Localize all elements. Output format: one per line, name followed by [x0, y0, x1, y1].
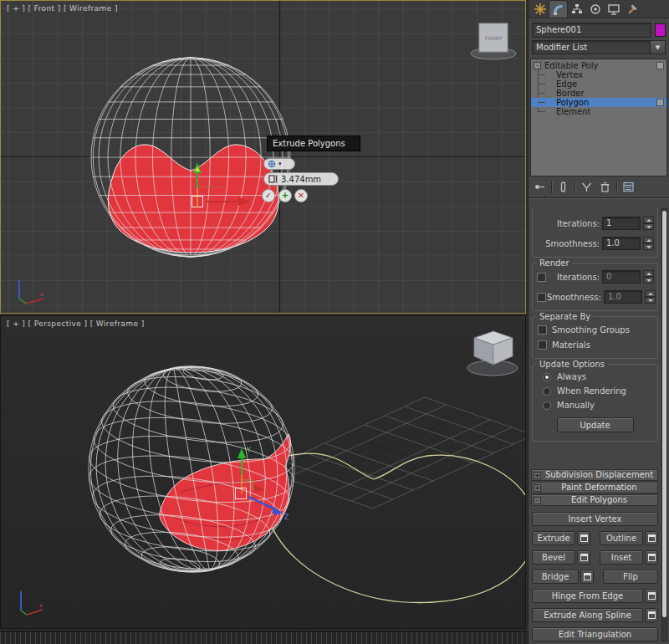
- viewport-perspective-label[interactable]: [ + ] [ Perspective ] [ Wireframe ]: [7, 319, 145, 328]
- stack-item-border[interactable]: Border: [531, 89, 666, 98]
- materials-option[interactable]: Materials: [538, 340, 652, 350]
- bevel-button[interactable]: Bevel: [532, 550, 575, 565]
- rollout-edit-polygons[interactable]: - Edit Polygons: [531, 494, 658, 506]
- flip-button[interactable]: Flip: [603, 570, 658, 584]
- render-iterations-checkbox[interactable]: [537, 273, 546, 282]
- update-manually-option[interactable]: Manually: [543, 401, 647, 410]
- iterations-spinner[interactable]: [643, 217, 654, 230]
- show-end-result-icon[interactable]: [556, 180, 570, 194]
- configure-modifier-sets-icon[interactable]: [621, 180, 636, 194]
- stack-toggle-icon[interactable]: [656, 99, 664, 106]
- tab-display[interactable]: [605, 1, 622, 18]
- hinge-settings-button[interactable]: [645, 589, 658, 603]
- stack-item-label: Edge: [556, 79, 577, 89]
- iterations-input[interactable]: 1: [602, 217, 641, 230]
- modifier-list-dropdown[interactable]: Modifier List: [532, 40, 651, 54]
- render-smoothness-input[interactable]: 1.0: [604, 290, 642, 304]
- viewcube-perspective[interactable]: [467, 331, 518, 376]
- viewport-front-label[interactable]: [ + ] [ Front ] [ Wireframe ]: [7, 4, 118, 13]
- extrude-along-spline-settings-button[interactable]: [645, 608, 658, 622]
- chevron-down-icon[interactable]: ▼: [651, 40, 666, 54]
- manually-radio[interactable]: [543, 401, 551, 410]
- when-rendering-radio[interactable]: [543, 387, 551, 396]
- collapse-icon[interactable]: -: [534, 62, 541, 69]
- command-panel: Sphere001 Modifier List ▼ - Editable Pol…: [528, 0, 669, 644]
- panel-scrollbar-thumb[interactable]: [662, 211, 666, 617]
- stack-toggle-icon[interactable]: [656, 62, 664, 69]
- update-button[interactable]: Update: [557, 417, 634, 432]
- caddy-height-value[interactable]: 3.474mm: [281, 175, 321, 184]
- bevel-settings-button[interactable]: [577, 550, 590, 565]
- viewport-front[interactable]: [ + ] [ Front ] [ Wireframe ] FRONT: [0, 0, 526, 314]
- caddy-apply-button[interactable]: +: [278, 189, 292, 202]
- track-bar[interactable]: [0, 631, 527, 644]
- tab-hierarchy[interactable]: [568, 1, 585, 18]
- edit-triangulation-button[interactable]: Edit Triangulation: [532, 627, 658, 641]
- update-when-rendering-option[interactable]: When Rendering: [543, 386, 647, 396]
- render-smoothness-spinner[interactable]: [645, 290, 656, 304]
- selected-polygons-front[interactable]: [108, 145, 278, 253]
- utilities-icon: [626, 3, 639, 16]
- outline-settings-button[interactable]: [645, 531, 658, 545]
- smoothness-input[interactable]: 1.0: [602, 237, 641, 250]
- object-name-field[interactable]: Sphere001: [532, 23, 651, 38]
- smoothness-spinner[interactable]: [643, 237, 654, 250]
- tab-utilities[interactable]: [623, 1, 641, 18]
- edit-polygons-body: Insert Vertex Extrude Outline Bevel Inse…: [529, 507, 659, 644]
- render-group: Render Iterations: 0 Smoothness: 1.0: [532, 263, 658, 311]
- bridge-button[interactable]: Bridge: [532, 570, 579, 584]
- render-smoothness-checkbox[interactable]: [537, 293, 546, 302]
- always-radio[interactable]: [543, 373, 551, 381]
- hinge-from-edge-button[interactable]: Hinge From Edge: [532, 589, 643, 603]
- smoothing-groups-option[interactable]: Smoothing Groups: [538, 325, 652, 335]
- stack-item-editable-poly[interactable]: - Editable Poly: [531, 61, 666, 70]
- remove-modifier-icon[interactable]: [598, 180, 612, 194]
- update-always-option[interactable]: Always: [543, 372, 647, 381]
- settings-icon: [648, 554, 656, 561]
- extrude-spline[interactable]: [258, 453, 526, 602]
- object-color-swatch[interactable]: [655, 23, 666, 37]
- stack-item-polygon[interactable]: Polygon: [531, 98, 666, 107]
- expand-icon[interactable]: +: [534, 472, 541, 479]
- caddy-group-selector[interactable]: ▾: [263, 158, 295, 170]
- subdivision-amount-group: Iterations: 1 Smoothness: 1.0: [532, 207, 658, 258]
- extrude-settings-button[interactable]: [577, 531, 590, 545]
- materials-checkbox[interactable]: [538, 340, 547, 350]
- world-axis-tripod-perspective: x: [21, 591, 43, 615]
- stack-item-edge[interactable]: Edge: [531, 79, 666, 89]
- stack-item-element[interactable]: Element: [531, 107, 666, 116]
- stack-item-label: Editable Poly: [544, 61, 598, 70]
- stack-item-vertex[interactable]: Vertex: [531, 70, 666, 79]
- rollout-title: Edit Polygons: [541, 495, 657, 505]
- bridge-settings-button[interactable]: [580, 570, 594, 584]
- tab-motion[interactable]: [586, 1, 604, 18]
- render-iterations-spinner[interactable]: [643, 270, 654, 284]
- render-iterations-input[interactable]: 0: [602, 270, 641, 284]
- inset-button[interactable]: Inset: [600, 550, 643, 565]
- tab-modify[interactable]: [549, 1, 567, 18]
- viewcube-front[interactable]: FRONT: [471, 23, 516, 59]
- caddy-cancel-button[interactable]: ✕: [294, 189, 308, 202]
- rollout-paint-deformation[interactable]: + Paint Deformation: [531, 482, 658, 493]
- caddy-ok-button[interactable]: ✓: [262, 189, 275, 202]
- sphere-wireframe-front[interactable]: [91, 58, 290, 257]
- extrude-button[interactable]: Extrude: [532, 531, 575, 545]
- inset-settings-button[interactable]: [645, 550, 658, 565]
- make-unique-icon[interactable]: [580, 180, 594, 194]
- expand-icon[interactable]: +: [534, 484, 541, 492]
- collapse-icon[interactable]: -: [534, 497, 541, 504]
- outline-button[interactable]: Outline: [600, 531, 643, 545]
- rollout-subdivision-displacement[interactable]: + Subdivision Displacement: [531, 469, 658, 481]
- panel-scrollbar[interactable]: [661, 208, 667, 641]
- stack-item-label: Vertex: [556, 70, 583, 79]
- viewport-perspective[interactable]: [ + ] [ Perspective ] [ Wireframe ] Y Z: [0, 315, 526, 629]
- tripod-x-label: x: [39, 602, 43, 609]
- gizmo-y-label: Y: [246, 447, 251, 454]
- smoothing-groups-checkbox[interactable]: [538, 325, 547, 335]
- extrude-along-spline-button[interactable]: Extrude Along Spline: [532, 608, 643, 622]
- settings-icon: [648, 534, 656, 542]
- caddy-height-field[interactable]: 3.474mm: [263, 172, 339, 186]
- pin-stack-icon[interactable]: [533, 180, 547, 194]
- tab-create[interactable]: [531, 1, 549, 18]
- insert-vertex-button[interactable]: Insert Vertex: [532, 512, 658, 526]
